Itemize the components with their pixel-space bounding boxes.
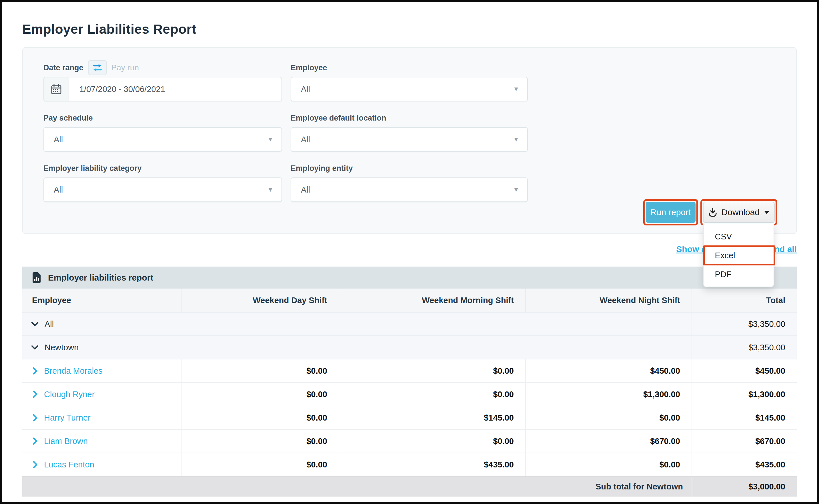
download-icon bbox=[708, 208, 717, 217]
employee-expander[interactable]: Clough Ryner bbox=[22, 390, 181, 399]
employee-label: Employee bbox=[291, 63, 327, 72]
annotation-box-download: Download CSV Excel PDF bbox=[700, 199, 777, 225]
cell-weekend-day: $0.00 bbox=[181, 430, 339, 453]
employee-default-location-label: Employee default location bbox=[291, 114, 386, 123]
cell-weekend-night: $670.00 bbox=[525, 430, 692, 453]
date-range-label: Date range bbox=[43, 63, 83, 72]
col-header-total: Total bbox=[692, 289, 797, 312]
field-employing-entity: Employing entity All ▼ bbox=[291, 163, 528, 202]
cell-total: $145.00 bbox=[692, 406, 797, 429]
table-row: Liam Brown $0.00 $0.00 $670.00 $670.00 bbox=[22, 429, 797, 453]
employee-link[interactable]: Harry Turner bbox=[44, 413, 91, 423]
run-report-button[interactable]: Run report bbox=[646, 202, 696, 223]
employee-link[interactable]: Brenda Morales bbox=[44, 366, 103, 376]
col-header-weekend-day-shift: Weekend Day Shift bbox=[181, 289, 339, 312]
field-employee-default-location: Employee default location All ▼ bbox=[291, 113, 528, 152]
cell-weekend-day: $0.00 bbox=[181, 406, 339, 429]
cell-weekend-night: $1,300.00 bbox=[525, 383, 692, 406]
cell-weekend-morning: $0.00 bbox=[339, 359, 525, 382]
group-row-all[interactable]: All $3,350.00 bbox=[22, 312, 797, 335]
group-row-all-total: $3,350.00 bbox=[692, 313, 797, 335]
employing-entity-select[interactable]: All ▼ bbox=[291, 177, 528, 202]
date-range-value: 1/07/2020 - 30/06/2021 bbox=[69, 85, 281, 94]
calendar-icon bbox=[51, 84, 62, 95]
pay-schedule-select[interactable]: All ▼ bbox=[43, 127, 282, 152]
cell-total: $435.00 bbox=[692, 453, 797, 476]
annotation-box-run-report: Run report bbox=[643, 199, 698, 225]
report-icon bbox=[31, 271, 42, 284]
table-links-row: Show all Expand all bbox=[22, 243, 797, 256]
employing-entity-label: Employing entity bbox=[291, 164, 353, 173]
swap-arrows-icon bbox=[91, 63, 103, 73]
cell-weekend-morning: $145.00 bbox=[339, 406, 525, 429]
employee-default-location-select[interactable]: All ▼ bbox=[291, 127, 528, 152]
table-row: Clough Ryner $0.00 $0.00 $1,300.00 $1,30… bbox=[22, 382, 797, 406]
chevron-down-icon bbox=[31, 321, 39, 327]
field-employer-liability-category: Employer liability category All ▼ bbox=[43, 163, 282, 202]
col-header-weekend-night-shift: Weekend Night Shift bbox=[525, 289, 692, 312]
employee-link[interactable]: Liam Brown bbox=[44, 437, 88, 446]
cell-total: $1,300.00 bbox=[692, 383, 797, 406]
chevron-right-icon bbox=[33, 390, 38, 398]
employer-liabilities-table: Employer liabilities report Employee Wee… bbox=[22, 267, 797, 497]
employee-expander[interactable]: Liam Brown bbox=[22, 437, 181, 446]
chevron-right-icon bbox=[33, 367, 38, 375]
employee-expander[interactable]: Brenda Morales bbox=[22, 366, 181, 376]
table-header-row: Employee Weekend Day Shift Weekend Morni… bbox=[22, 289, 797, 312]
employee-link[interactable]: Clough Ryner bbox=[44, 390, 95, 399]
page-title: Employer Liabilities Report bbox=[22, 21, 797, 37]
cell-total: $450.00 bbox=[692, 359, 797, 382]
group-row-newtown-label: Newtown bbox=[45, 343, 79, 352]
employee-expander[interactable]: Harry Turner bbox=[22, 413, 181, 423]
col-header-weekend-morning-shift: Weekend Morning Shift bbox=[339, 289, 525, 312]
cell-weekend-morning: $0.00 bbox=[339, 430, 525, 453]
chevron-down-icon bbox=[31, 345, 39, 350]
menu-item-excel[interactable]: Excel bbox=[704, 246, 774, 265]
caret-down-icon bbox=[764, 210, 770, 214]
employee-default-location-select-value: All bbox=[291, 135, 513, 144]
employee-expander[interactable]: Lucas Fenton bbox=[22, 460, 181, 469]
pay-schedule-label: Pay schedule bbox=[43, 114, 93, 123]
chevron-right-icon bbox=[33, 437, 38, 445]
chevron-down-icon: ▼ bbox=[513, 186, 519, 193]
date-range-input[interactable]: 1/07/2020 - 30/06/2021 bbox=[43, 77, 282, 101]
table-row: Brenda Morales $0.00 $0.00 $450.00 $450.… bbox=[22, 359, 797, 382]
employer-liability-category-select[interactable]: All ▼ bbox=[43, 177, 282, 202]
employee-link[interactable]: Lucas Fenton bbox=[44, 460, 94, 469]
menu-item-excel-label: Excel bbox=[715, 251, 735, 260]
cell-weekend-day: $0.00 bbox=[181, 359, 339, 382]
chevron-right-icon bbox=[33, 461, 38, 469]
chevron-down-icon: ▼ bbox=[513, 136, 519, 143]
download-button-label: Download bbox=[722, 207, 760, 217]
cell-weekend-night: $450.00 bbox=[525, 359, 692, 382]
cell-weekend-night: $0.00 bbox=[525, 453, 692, 476]
date-payrun-swap-toggle[interactable] bbox=[88, 60, 107, 75]
cell-weekend-day: $0.00 bbox=[181, 453, 339, 476]
employer-liability-category-label: Employer liability category bbox=[43, 164, 142, 173]
group-row-newtown[interactable]: Newtown $3,350.00 bbox=[22, 335, 797, 359]
table-row: Harry Turner $0.00 $145.00 $0.00 $145.00 bbox=[22, 406, 797, 429]
cell-weekend-day: $0.00 bbox=[181, 383, 339, 406]
col-header-employee: Employee bbox=[22, 296, 181, 305]
chevron-down-icon: ▼ bbox=[267, 186, 273, 193]
field-date-range: Date range Pay run bbox=[43, 63, 282, 101]
field-employee: Employee All ▼ bbox=[291, 63, 528, 101]
menu-item-pdf[interactable]: PDF bbox=[704, 265, 774, 284]
download-button[interactable]: Download bbox=[703, 202, 775, 223]
group-row-all-label: All bbox=[45, 319, 54, 329]
group-row-newtown-total: $3,350.00 bbox=[692, 336, 797, 359]
employer-liabilities-page: Employer Liabilities Report Date range bbox=[2, 2, 817, 497]
subtotal-row: Sub total for Newtown $3,000.00 bbox=[22, 476, 797, 497]
annotation-box-excel bbox=[703, 245, 775, 265]
calendar-icon-button[interactable] bbox=[44, 77, 69, 101]
cell-weekend-morning: $0.00 bbox=[339, 383, 525, 406]
employer-liability-category-select-value: All bbox=[44, 185, 267, 195]
menu-item-csv[interactable]: CSV bbox=[704, 227, 774, 246]
chevron-down-icon: ▼ bbox=[513, 85, 519, 93]
employee-select[interactable]: All ▼ bbox=[291, 77, 528, 101]
pay-schedule-select-value: All bbox=[44, 135, 267, 144]
table-title-bar: Employer liabilities report bbox=[22, 267, 797, 289]
cell-total: $670.00 bbox=[692, 430, 797, 453]
chevron-right-icon bbox=[33, 414, 38, 422]
employee-select-value: All bbox=[291, 85, 513, 94]
